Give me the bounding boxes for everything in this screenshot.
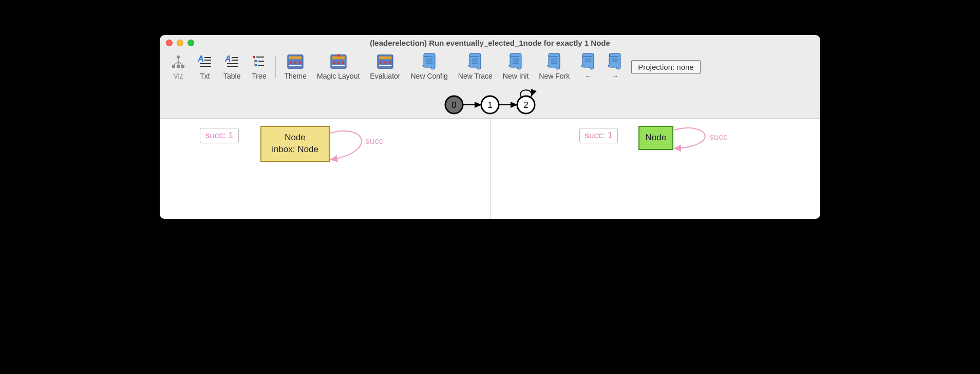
svg-line-2	[174, 62, 178, 65]
succ-badge: succ: 1	[579, 128, 618, 143]
table-button[interactable]: A Table	[218, 53, 246, 80]
scroll-icon	[546, 53, 562, 70]
prev-label: ←	[585, 72, 592, 80]
trace-graph: 0 1 2	[434, 86, 546, 117]
svg-rect-42	[379, 57, 391, 60]
new-fork-button[interactable]: New Fork	[534, 53, 575, 80]
zoom-icon[interactable]	[187, 40, 194, 46]
svg-point-35	[333, 62, 335, 64]
succ-edge	[329, 124, 391, 170]
svg-point-0	[177, 55, 180, 59]
magic-layout-button[interactable]: Magic Layout	[312, 53, 365, 80]
content-area: succ: 1 Node inbox: Node succ succ: 1	[160, 118, 820, 219]
svg-point-30	[294, 62, 297, 64]
theme-label: Theme	[284, 72, 307, 80]
table-icon: A	[224, 53, 240, 70]
right-pane[interactable]: succ: 1 Node succ	[490, 119, 821, 219]
prev-state-button[interactable]: ←	[575, 53, 601, 80]
svg-rect-28	[289, 57, 301, 60]
new-fork-label: New Fork	[539, 72, 570, 80]
node-inbox: inbox: Node	[269, 144, 322, 156]
scroll-icon	[507, 53, 524, 70]
svg-point-36	[337, 62, 340, 64]
tree-label: Tree	[252, 72, 266, 80]
svg-text:A: A	[198, 54, 204, 63]
viz-label: Viz	[173, 72, 183, 80]
toolbar-separator	[275, 55, 276, 78]
new-trace-label: New Trace	[458, 72, 493, 80]
magic-layout-label: Magic Layout	[317, 72, 360, 80]
svg-point-37	[342, 62, 344, 64]
txt-label: Txt	[200, 72, 210, 80]
svg-point-31	[298, 62, 301, 64]
node-box[interactable]: Node inbox: Node	[260, 126, 330, 162]
txt-button[interactable]: A Txt	[192, 53, 218, 80]
succ-edge-label: succ	[710, 132, 728, 142]
succ-edge	[673, 122, 734, 163]
succ-edge-label: succ	[365, 136, 383, 146]
viz-button[interactable]: Viz	[165, 53, 192, 80]
left-pane[interactable]: succ: 1 Node inbox: Node succ	[160, 119, 490, 219]
svg-point-43	[380, 62, 382, 64]
txt-icon: A	[197, 53, 213, 70]
evaluator-button[interactable]: Evaluator	[365, 53, 405, 80]
svg-rect-5	[172, 65, 175, 68]
node-title: Node	[646, 132, 667, 144]
window-title: (leaderelection) Run eventually_elected_…	[166, 39, 814, 47]
new-config-button[interactable]: New Config	[405, 53, 453, 80]
svg-rect-7	[181, 65, 184, 68]
tree-icon	[251, 53, 267, 70]
trace-state-2-label: 2	[523, 100, 528, 110]
svg-rect-22	[255, 64, 257, 66]
table-label: Table	[223, 72, 240, 80]
new-trace-button[interactable]: New Trace	[453, 53, 498, 80]
scroll-icon	[467, 53, 483, 70]
minimize-icon[interactable]	[177, 40, 183, 46]
svg-rect-6	[177, 65, 180, 68]
titlebar: (leaderelection) Run eventually_elected_…	[160, 35, 820, 50]
svg-rect-34	[332, 57, 344, 60]
evaluator-icon	[377, 53, 393, 70]
scroll-icon	[421, 53, 438, 70]
traffic-lights	[166, 40, 194, 46]
close-icon[interactable]	[166, 40, 173, 46]
app-window: (leaderelection) Run eventually_elected_…	[160, 35, 820, 219]
next-label: →	[611, 72, 618, 80]
svg-rect-20	[255, 60, 257, 62]
toolbar: Viz A Txt A	[160, 50, 820, 85]
theme-icon	[287, 53, 304, 70]
viz-icon	[170, 53, 186, 70]
evaluator-label: Evaluator	[370, 72, 400, 80]
new-init-label: New Init	[503, 72, 529, 80]
svg-rect-18	[253, 56, 255, 58]
node-title: Node	[269, 132, 322, 144]
svg-line-3	[178, 62, 183, 65]
theme-button[interactable]: Theme	[279, 53, 312, 80]
node-box-green[interactable]: Node	[638, 126, 674, 150]
projection-label: Projection: none	[638, 63, 693, 71]
trace-state-0-label: 0	[451, 100, 456, 110]
magic-layout-icon	[330, 53, 347, 70]
svg-text:A: A	[225, 54, 231, 63]
new-config-label: New Config	[410, 72, 447, 80]
scroll-icon	[580, 53, 596, 70]
new-init-button[interactable]: New Init	[498, 53, 534, 80]
succ-badge: succ: 1	[200, 128, 239, 143]
scroll-icon	[607, 53, 623, 70]
trace-state-1-label: 1	[487, 100, 492, 110]
svg-point-44	[384, 62, 387, 64]
projection-selector[interactable]: Projection: none	[631, 60, 700, 74]
svg-point-45	[388, 62, 391, 64]
trace-strip: 0 1 2	[160, 85, 820, 118]
svg-point-29	[290, 62, 292, 64]
next-state-button[interactable]: →	[601, 53, 628, 80]
tree-button[interactable]: Tree	[246, 53, 272, 80]
